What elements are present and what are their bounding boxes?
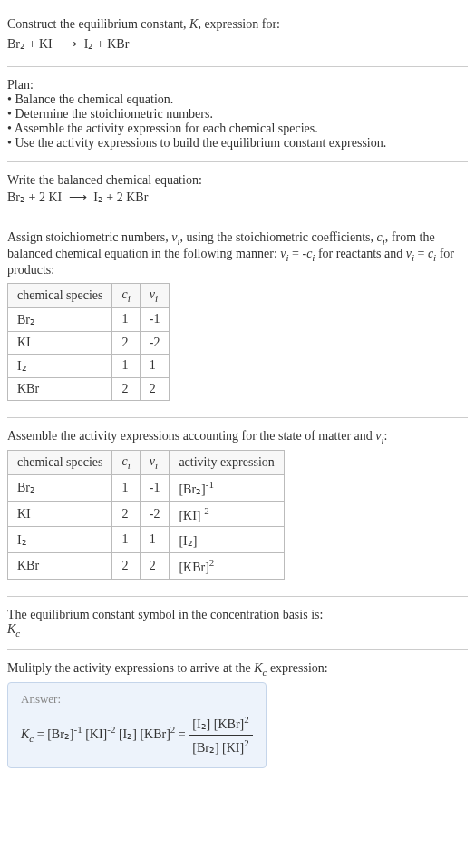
answer-equation: Kc = [Br₂]-1 [KI]-2 [I₂] [KBr]2 = [I₂] [… bbox=[21, 712, 253, 758]
activity-table: chemical species ci νi activity expressi… bbox=[7, 450, 285, 579]
fraction-numerator: [I₂] [KBr]2 bbox=[189, 712, 252, 736]
assign-section: Assign stoichiometric numbers, νi, using… bbox=[7, 223, 468, 413]
multiply-section: Mulitply the activity expressions to arr… bbox=[7, 654, 468, 776]
divider bbox=[7, 66, 468, 67]
cell-v: 2 bbox=[140, 377, 170, 400]
balanced-eq-rhs: I₂ + 2 KBr bbox=[93, 190, 148, 204]
cell-species: KI bbox=[8, 331, 112, 354]
prompt-equation: Br₂ + KI ⟶ I₂ + KBr bbox=[7, 34, 468, 54]
cell-v: 1 bbox=[140, 527, 170, 553]
col-v: νi bbox=[140, 451, 170, 475]
answer-box: Answer: Kc = [Br₂]-1 [KI]-2 [I₂] [KBr]2 … bbox=[7, 682, 267, 768]
cell-c: 2 bbox=[112, 377, 140, 400]
col-species: chemical species bbox=[8, 451, 112, 475]
assemble-text: Assemble the activity expressions accoun… bbox=[7, 429, 468, 445]
col-activity: activity expression bbox=[170, 451, 284, 475]
plan-item: • Assemble the activity expression for e… bbox=[7, 122, 468, 136]
balanced-section: Write the balanced chemical equation: Br… bbox=[7, 166, 468, 215]
cell-c: 2 bbox=[112, 501, 140, 527]
cell-species: KBr bbox=[8, 553, 112, 580]
table-row: I₂ 1 1 bbox=[8, 354, 170, 377]
basis-section: The equilibrium constant symbol in the c… bbox=[7, 600, 468, 646]
table-row: KBr 2 2 bbox=[8, 377, 170, 400]
col-c: ci bbox=[112, 283, 140, 307]
multiply-text: Mulitply the activity expressions to arr… bbox=[7, 661, 468, 678]
table-header-row: chemical species ci νi bbox=[8, 283, 170, 307]
assign-text: Assign stoichiometric numbers, νi, using… bbox=[7, 230, 468, 278]
cell-v: -2 bbox=[140, 331, 170, 354]
cell-activity: [KI]-2 bbox=[170, 501, 284, 527]
prompt-line1: Construct the equilibrium constant, K, e… bbox=[7, 15, 468, 34]
plan-item: • Use the activity expressions to build … bbox=[7, 136, 468, 151]
basis-text: The equilibrium constant symbol in the c… bbox=[7, 608, 468, 622]
cell-species: Br₂ bbox=[8, 307, 112, 331]
plan-item: • Determine the stoichiometric numbers. bbox=[7, 107, 468, 122]
plan-section: Plan: • Balance the chemical equation. •… bbox=[7, 71, 468, 158]
balanced-title: Write the balanced chemical equation: bbox=[7, 173, 468, 188]
divider bbox=[7, 219, 468, 219]
fraction-denominator: [Br₂] [KI]2 bbox=[189, 736, 252, 758]
cell-c: 1 bbox=[112, 475, 140, 502]
cell-activity: [Br₂]-1 bbox=[170, 475, 284, 502]
cell-species: KI bbox=[8, 501, 112, 527]
divider bbox=[7, 596, 468, 597]
balanced-equation: Br₂ + 2 KI ⟶ I₂ + 2 KBr bbox=[7, 188, 468, 208]
cell-c: 1 bbox=[112, 527, 140, 553]
cell-c: 2 bbox=[112, 331, 140, 354]
fraction: [I₂] [KBr]2 [Br₂] [KI]2 bbox=[189, 712, 252, 758]
cell-v: -1 bbox=[140, 307, 170, 331]
arrow-icon: ⟶ bbox=[55, 37, 81, 51]
cell-c: 1 bbox=[112, 354, 140, 377]
assemble-section: Assemble the activity expressions accoun… bbox=[7, 422, 468, 592]
divider bbox=[7, 417, 468, 418]
basis-symbol: Kc bbox=[7, 622, 468, 639]
cell-v: 2 bbox=[140, 553, 170, 580]
arrow-icon: ⟶ bbox=[65, 190, 91, 204]
table-row: Br₂ 1 -1 [Br₂]-1 bbox=[8, 475, 285, 502]
col-v: νi bbox=[140, 283, 170, 307]
col-species: chemical species bbox=[8, 283, 112, 307]
divider bbox=[7, 161, 468, 162]
cell-species: Br₂ bbox=[8, 475, 112, 502]
cell-activity: [KBr]2 bbox=[170, 553, 284, 580]
prompt-section: Construct the equilibrium constant, K, e… bbox=[7, 7, 468, 63]
prompt-eq-rhs: I₂ + KBr bbox=[84, 37, 130, 51]
cell-c: 1 bbox=[112, 307, 140, 331]
col-c: ci bbox=[112, 451, 140, 475]
cell-v: -1 bbox=[140, 475, 170, 502]
table-row: Br₂ 1 -1 bbox=[8, 307, 170, 331]
cell-species: KBr bbox=[8, 377, 112, 400]
cell-species: I₂ bbox=[8, 354, 112, 377]
cell-v: -2 bbox=[140, 501, 170, 527]
cell-c: 2 bbox=[112, 553, 140, 580]
cell-species: I₂ bbox=[8, 527, 112, 553]
divider bbox=[7, 649, 468, 650]
prompt-eq-lhs: Br₂ + KI bbox=[7, 37, 53, 51]
table-row: KBr 2 2 [KBr]2 bbox=[8, 553, 285, 580]
plan-title: Plan: bbox=[7, 78, 468, 93]
cell-v: 1 bbox=[140, 354, 170, 377]
table-header-row: chemical species ci νi activity expressi… bbox=[8, 451, 285, 475]
answer-label: Answer: bbox=[21, 692, 253, 707]
table-row: KI 2 -2 bbox=[8, 331, 170, 354]
plan-item: • Balance the chemical equation. bbox=[7, 93, 468, 107]
balanced-eq-lhs: Br₂ + 2 KI bbox=[7, 190, 62, 204]
stoich-table: chemical species ci νi Br₂ 1 -1 KI 2 -2 … bbox=[7, 283, 170, 401]
table-row: KI 2 -2 [KI]-2 bbox=[8, 501, 285, 527]
cell-activity: [I₂] bbox=[170, 527, 284, 553]
table-row: I₂ 1 1 [I₂] bbox=[8, 527, 285, 553]
